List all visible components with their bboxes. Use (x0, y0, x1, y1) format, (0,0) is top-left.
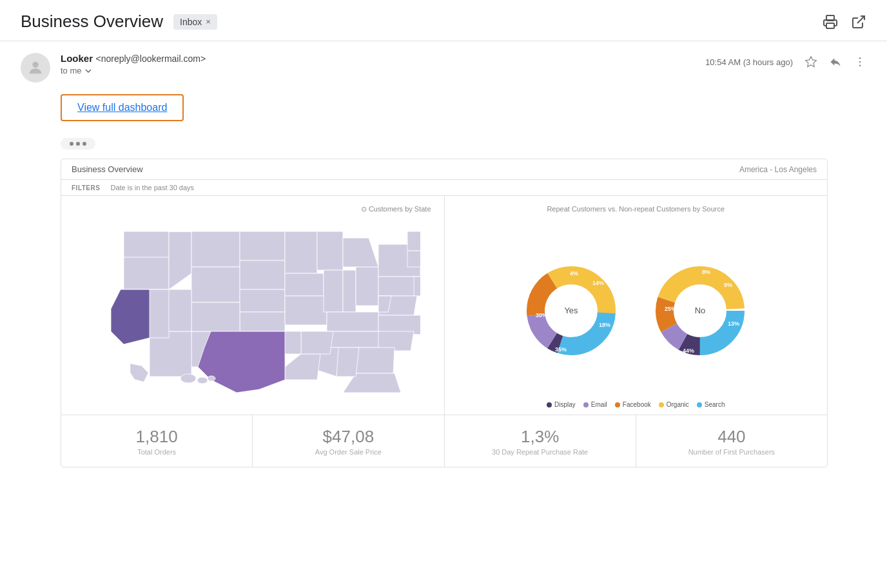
to-me-row[interactable]: to me (61, 66, 206, 75)
chevron-down-icon (84, 67, 92, 75)
svg-marker-10 (169, 231, 191, 289)
legend-organic: Organic (659, 401, 689, 408)
more-options-icon[interactable] (853, 55, 866, 68)
svg-marker-48 (111, 289, 150, 344)
filter-value: Date is in the past 30 days (110, 184, 194, 191)
map-panel: ⊙ Customers by State (61, 196, 445, 415)
svg-text:25%: 25% (665, 306, 676, 312)
timestamp: 10:54 AM (3 hours ago) (705, 57, 793, 67)
email-meta-left: Looker <noreply@lookermail.com> to me (21, 53, 206, 83)
svg-rect-1 (826, 23, 834, 28)
print-icon[interactable] (823, 14, 838, 30)
legend-display: Display (547, 401, 576, 408)
sender-info: Looker <noreply@lookermail.com> to me (61, 53, 206, 75)
svg-text:8%: 8% (702, 269, 710, 275)
svg-marker-21 (324, 270, 343, 312)
svg-text:18%: 18% (599, 322, 610, 328)
badge-close-button[interactable]: × (206, 17, 211, 26)
header-left: Business Overview Inbox × (21, 12, 217, 32)
stat-total-orders: 1,810 Total Orders (61, 415, 253, 467)
svg-marker-23 (356, 267, 378, 306)
dashboard-header: Business Overview America - Los Angeles (61, 159, 827, 180)
stat-avg-price: $47,08 Avg Order Sale Price (253, 415, 444, 467)
legend-display-label: Display (554, 401, 576, 408)
svg-marker-14 (240, 260, 285, 289)
stat-repeat-rate-value: 1,3% (521, 427, 559, 447)
legend-organic-dot (659, 402, 664, 407)
svg-text:4%: 4% (570, 270, 578, 277)
svg-marker-8 (124, 231, 169, 260)
svg-marker-45 (150, 331, 191, 377)
svg-marker-12 (191, 267, 240, 302)
svg-marker-24 (343, 238, 378, 267)
email-title: Business Overview (21, 12, 163, 32)
dashboard-embed-title: Business Overview (72, 164, 143, 174)
svg-point-5 (859, 57, 861, 59)
dashboard-filters: FILTERS Date is in the past 30 days (61, 180, 827, 196)
svg-marker-18 (317, 231, 343, 270)
external-link-icon[interactable] (851, 14, 866, 30)
trimmed-content-button[interactable] (61, 138, 95, 150)
sender-name: Looker (61, 53, 93, 64)
donut-yes-chart: Yes 30% 4% 14% 18% 35% (516, 256, 626, 366)
svg-marker-28 (407, 231, 420, 251)
svg-marker-33 (327, 331, 382, 348)
legend-organic-label: Organic (667, 401, 689, 408)
inbox-label: Inbox (180, 17, 202, 27)
email-meta-right: 10:54 AM (3 hours ago) (705, 53, 866, 68)
charts-row: ⊙ Customers by State (61, 196, 827, 415)
svg-marker-40 (285, 354, 320, 380)
legend-facebook: Facebook (615, 401, 651, 408)
donut-yes: Yes 30% 4% 14% 18% 35% (516, 256, 626, 366)
stat-first-purchasers: 440 Number of First Purchasers (636, 415, 827, 467)
svg-text:14%: 14% (592, 280, 604, 286)
svg-marker-19 (285, 273, 324, 296)
stat-repeat-rate: 1,3% 30 Day Repeat Purchase Rate (445, 415, 636, 467)
legend-email-label: Email (591, 401, 607, 408)
svg-text:35%: 35% (555, 346, 567, 353)
svg-marker-27 (414, 277, 420, 296)
legend-facebook-dot (615, 402, 620, 407)
legend-email: Email (583, 401, 607, 408)
svg-marker-44 (191, 302, 240, 331)
reply-icon[interactable] (829, 55, 842, 68)
svg-line-2 (857, 16, 864, 23)
legend-display-dot (547, 402, 552, 407)
svg-marker-13 (240, 231, 285, 260)
stat-first-purchasers-label: Number of First Purchasers (688, 448, 775, 456)
svg-marker-36 (356, 348, 395, 373)
svg-marker-41 (301, 331, 333, 354)
legend-search: Search (697, 401, 725, 408)
sender-line: Looker <noreply@lookermail.com> (61, 53, 206, 64)
svg-marker-9 (124, 257, 169, 289)
stat-total-orders-value: 1,810 (136, 427, 178, 447)
donut-no-chart: No 25% 8% 9% 13% 44% (645, 256, 755, 366)
svg-text:9%: 9% (724, 282, 732, 288)
stat-total-orders-label: Total Orders (137, 448, 176, 456)
person-icon (26, 59, 44, 77)
svg-marker-50 (130, 364, 148, 382)
inbox-badge[interactable]: Inbox × (173, 14, 217, 30)
legend-facebook-label: Facebook (623, 401, 651, 408)
svg-text:30%: 30% (536, 312, 547, 318)
svg-point-53 (208, 376, 215, 381)
svg-marker-17 (285, 231, 317, 273)
donut-legend: Display Email Facebook Organic (451, 401, 821, 408)
us-map (85, 219, 420, 393)
svg-marker-38 (336, 348, 359, 377)
svg-text:Yes: Yes (565, 306, 579, 315)
donut-panel-title: Repeat Customers vs. Non-repeat Customer… (451, 205, 821, 213)
dot-3 (83, 142, 86, 146)
legend-search-label: Search (705, 401, 725, 408)
legend-email-dot (583, 402, 589, 407)
filters-label: FILTERS (72, 184, 100, 191)
svg-text:No: No (695, 306, 706, 315)
email-header: Business Overview Inbox × (0, 0, 887, 41)
star-icon[interactable] (804, 55, 817, 68)
svg-text:44%: 44% (683, 348, 694, 354)
svg-point-52 (197, 377, 208, 384)
view-dashboard-button[interactable]: View full dashboard (61, 94, 184, 121)
svg-marker-4 (806, 57, 817, 67)
sender-email: <noreply@lookermail.com> (95, 54, 206, 64)
stat-avg-price-value: $47,08 (323, 427, 375, 447)
